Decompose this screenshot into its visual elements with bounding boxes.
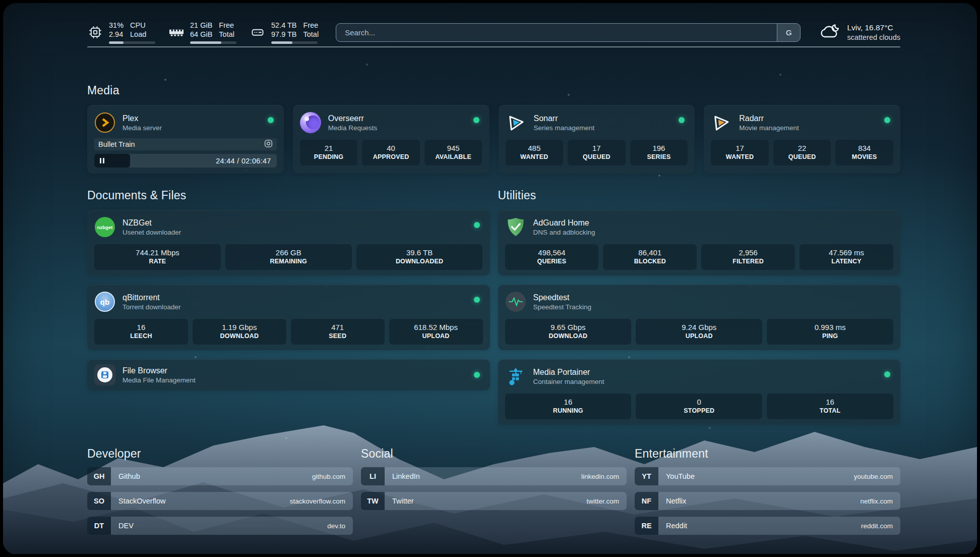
ram-free-label: Free bbox=[219, 21, 234, 30]
service-description: Usenet downloader bbox=[122, 228, 181, 237]
service-card-filebrowser[interactable]: File Browser Media File Management bbox=[87, 359, 490, 391]
cpu-progress-bar bbox=[109, 41, 155, 44]
service-name: Overseerr bbox=[328, 113, 378, 124]
disk-free-label: Free bbox=[303, 21, 319, 30]
stat-box: 485WANTED bbox=[506, 140, 564, 165]
bookmark-linkedin[interactable]: LI LinkedIn linkedin.com bbox=[361, 467, 627, 485]
service-card-speedtest[interactable]: Speedtest Speedtest Tracking 9.65 GbpsDO… bbox=[498, 285, 901, 350]
bookmark-url: netflix.com bbox=[860, 497, 893, 505]
stat-box: 471SEED bbox=[291, 319, 385, 345]
service-name: qBittorrent bbox=[122, 292, 181, 303]
bookmark-reddit[interactable]: RE Reddit reddit.com bbox=[635, 517, 900, 535]
bookmark-url: github.com bbox=[312, 473, 345, 480]
radarr-icon bbox=[710, 111, 733, 134]
weather-condition: scattered clouds bbox=[847, 33, 900, 42]
status-indicator bbox=[884, 371, 890, 377]
service-description: Media Requests bbox=[328, 124, 378, 133]
stat-box: 945AVAILABLE bbox=[424, 140, 482, 165]
service-description: Series management bbox=[534, 124, 595, 133]
service-description: Media File Management bbox=[122, 376, 196, 385]
service-name: Plex bbox=[122, 113, 162, 124]
search-bar: G bbox=[336, 23, 801, 42]
pause-icon bbox=[100, 158, 101, 163]
stat-box: 266 GBREMAINING bbox=[225, 244, 352, 270]
overseerr-icon bbox=[300, 112, 321, 133]
bookmark-name: Reddit bbox=[666, 522, 687, 530]
dashboard-frame: 31% 2.94 CPU Load bbox=[3, 3, 977, 554]
service-card-nzbget[interactable]: nzbget NZBGet Usenet downloader 744.21 M… bbox=[87, 210, 490, 275]
service-card-plex[interactable]: Plex Media server Bullet Train bbox=[87, 105, 284, 174]
playback-progress-fill bbox=[94, 154, 130, 168]
service-card-portainer[interactable]: Media Portainer Container management 16R… bbox=[498, 359, 901, 425]
stat-box: 21PENDING bbox=[300, 140, 358, 165]
bookmark-url: stackoverflow.com bbox=[290, 497, 345, 505]
service-name: NZBGet bbox=[122, 217, 181, 228]
service-name: Speedtest bbox=[533, 292, 592, 303]
stat-box: 1.19 GbpsDOWNLOAD bbox=[193, 319, 286, 345]
service-description: Torrent downloader bbox=[122, 303, 181, 312]
storage-stat-widget: 52.4 TB 97.9 TB Free Total bbox=[250, 21, 319, 44]
stat-box: 9.24 GbpsUPLOAD bbox=[636, 319, 762, 345]
section-title-developer: Developer bbox=[87, 447, 353, 461]
ram-total-label: Total bbox=[219, 30, 234, 39]
ram-total-value: 64 GiB bbox=[190, 30, 212, 39]
documents-column: Documents & Files nzbget NZBGet Usenet d… bbox=[87, 189, 490, 391]
disc-icon bbox=[264, 139, 273, 149]
stat-box: 834MOVIES bbox=[835, 140, 893, 165]
cpu-icon bbox=[87, 25, 103, 39]
plex-icon bbox=[94, 112, 115, 133]
status-indicator bbox=[268, 117, 274, 123]
memory-stat-widget: 21 GiB 64 GiB Free Total bbox=[168, 21, 236, 44]
stat-box: 498,564QUERIES bbox=[505, 244, 599, 270]
bookmark-dev[interactable]: DT DEV dev.to bbox=[87, 517, 353, 535]
bookmark-youtube[interactable]: YT YouTube youtube.com bbox=[635, 467, 900, 485]
qbittorrent-icon: qb bbox=[94, 291, 115, 312]
utilities-column: Utilities bbox=[498, 189, 901, 425]
snow-specks bbox=[3, 3, 5, 5]
service-description: Container management bbox=[533, 377, 604, 386]
status-indicator bbox=[474, 297, 480, 303]
top-bar: 31% 2.94 CPU Load bbox=[87, 3, 900, 46]
playback-progress-bar: 24:44 / 02:06:47 bbox=[94, 154, 277, 168]
service-description: Movie management bbox=[739, 124, 799, 133]
disk-total-label: Total bbox=[303, 30, 319, 39]
bookmark-url: linkedin.com bbox=[581, 473, 619, 480]
stat-box: 196SERIES bbox=[630, 140, 688, 165]
weather-location-temp: Lviv, 16.87°C bbox=[847, 23, 900, 33]
section-title-documents: Documents & Files bbox=[87, 189, 490, 202]
service-name: Media Portainer bbox=[533, 367, 604, 377]
cpu-stat-widget: 31% 2.94 CPU Load bbox=[87, 21, 155, 44]
search-input[interactable] bbox=[336, 23, 801, 42]
status-indicator bbox=[679, 117, 685, 123]
bookmark-group-entertainment: Entertainment YT YouTube youtube.com NF … bbox=[635, 447, 900, 535]
bookmark-group-social: Social LI LinkedIn linkedin.com TW Twitt… bbox=[361, 447, 627, 535]
bookmark-netflix[interactable]: NF Netflix netflix.com bbox=[635, 492, 900, 510]
section-title-utilities: Utilities bbox=[498, 189, 901, 202]
bookmark-github[interactable]: GH Github github.com bbox=[87, 467, 353, 485]
speedtest-pulse-icon bbox=[505, 291, 526, 312]
disk-icon bbox=[250, 25, 266, 39]
media-cards-row: Plex Media server Bullet Train bbox=[87, 105, 900, 174]
section-title-social: Social bbox=[361, 447, 627, 461]
search-provider-button[interactable]: G bbox=[777, 24, 800, 41]
status-indicator bbox=[474, 372, 480, 378]
cpu-usage-value: 31% bbox=[109, 21, 124, 30]
stat-box: 9.65 GbpsDOWNLOAD bbox=[505, 319, 632, 345]
cpu-load-label: Load bbox=[130, 30, 146, 39]
bookmark-stackoverflow[interactable]: SO StackOverflow stackoverflow.com bbox=[87, 492, 353, 510]
service-card-adguard[interactable]: AdGuard Home DNS and adblocking 498,564Q… bbox=[498, 210, 901, 275]
section-title-media: Media bbox=[87, 84, 900, 97]
bookmark-name: Netflix bbox=[666, 497, 686, 505]
service-name: Sonarr bbox=[534, 113, 595, 124]
stat-box: 17QUEUED bbox=[568, 140, 626, 165]
service-card-radarr[interactable]: Radarr Movie management 17WANTED 22QUEUE… bbox=[704, 105, 900, 174]
service-card-sonarr[interactable]: Sonarr Series management 485WANTED 17QUE… bbox=[499, 105, 695, 174]
disk-free-value: 52.4 TB bbox=[271, 21, 297, 30]
service-card-overseerr[interactable]: Overseerr Media Requests 21PENDING 40APP… bbox=[293, 105, 489, 174]
status-indicator bbox=[884, 117, 890, 123]
bookmark-twitter[interactable]: TW Twitter twitter.com bbox=[361, 492, 627, 510]
ram-progress-bar bbox=[190, 41, 236, 44]
stat-box: 40APPROVED bbox=[362, 140, 420, 165]
service-card-qbittorrent[interactable]: qb qBittorrent Torrent downloader 16LEEC… bbox=[87, 285, 490, 350]
bookmark-name: YouTube bbox=[666, 472, 695, 480]
